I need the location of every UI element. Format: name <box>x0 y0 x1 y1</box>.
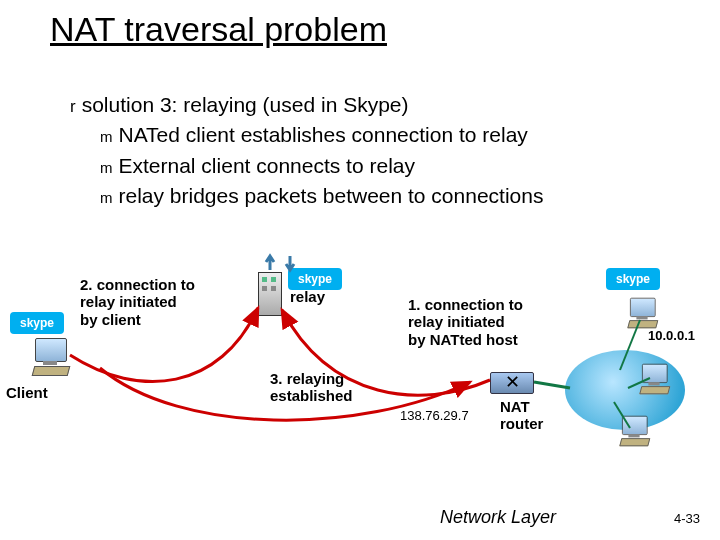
diagram-area: skype Client 2. connection to relay init… <box>0 260 720 500</box>
footer-section: Network Layer <box>440 507 556 528</box>
bullet-main-text: solution 3: relaying (used in Skype) <box>82 93 409 116</box>
bullet-sub-3: mrelay bridges packets between to connec… <box>70 181 543 211</box>
bullet-list: rsolution 3: relaying (used in Skype) mN… <box>70 90 543 212</box>
footer-page-number: 4-33 <box>674 511 700 526</box>
bullet-main: rsolution 3: relaying (used in Skype) <box>70 90 543 120</box>
bullet-sub-3-text: relay bridges packets between to connect… <box>119 184 544 207</box>
connection-arrows-icon <box>0 260 720 480</box>
bullet-sub-1-text: NATed client establishes connection to r… <box>119 123 528 146</box>
bullet-sub-1: mNATed client establishes connection to … <box>70 120 543 150</box>
slide-title: NAT traversal problem <box>50 10 387 49</box>
bullet-sub-2: mExternal client connects to relay <box>70 151 543 181</box>
bullet-sub-2-text: External client connects to relay <box>119 154 415 177</box>
